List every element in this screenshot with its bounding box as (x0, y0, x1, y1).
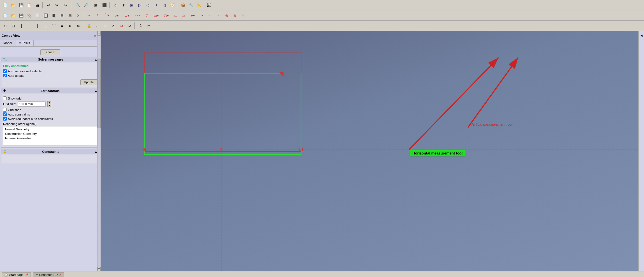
tab-start-page[interactable]: 🏠 Start page 📌 (2, 272, 31, 277)
create-chamfer-button[interactable]: ⌐▾ (188, 12, 198, 19)
zoom-fit-button[interactable]: ⊞ (90, 1, 100, 9)
redo-button[interactable]: ↪ (53, 1, 61, 9)
view-front[interactable]: ▣ (128, 1, 136, 9)
coincident-button[interactable]: ⊙ (1, 22, 9, 29)
tangent-button[interactable]: ⌒ (50, 22, 58, 29)
external-geo-button[interactable]: ⊕ (223, 12, 231, 19)
vertical-constraint-button[interactable]: ⏐ (17, 22, 25, 29)
scroll-up[interactable]: ▲ (97, 31, 101, 36)
new-button[interactable]: 📄 (1, 1, 9, 9)
point-on-object-button[interactable]: ⊡ (9, 22, 17, 29)
view-bottom[interactable]: ⬇ (152, 1, 160, 9)
create-fillet-button[interactable]: ⌓ (180, 12, 188, 19)
create-rect-button[interactable]: ▭▾ (151, 12, 161, 19)
lock-button[interactable]: 🔒 (85, 22, 93, 29)
create-bspline-button[interactable]: 〰▾ (132, 12, 143, 19)
avoid-redundant-checkbox[interactable] (3, 117, 7, 121)
constraints-header[interactable]: 🔒 Constraints ▲ (1, 149, 99, 154)
rendering-item-2[interactable]: External Geometry (4, 136, 97, 140)
h-dist-button[interactable]: ↔ (93, 22, 101, 29)
sketcher-validate[interactable]: ⤵ (137, 22, 145, 29)
render-button[interactable]: 🖼 (204, 1, 214, 9)
save-button[interactable]: 💾 (17, 1, 25, 9)
show-grid-checkbox[interactable] (3, 96, 7, 100)
undo-button[interactable]: ↩ (45, 1, 52, 9)
zoom-in-button[interactable]: 🔍 (74, 1, 82, 9)
tab-model[interactable]: Model (0, 40, 15, 46)
grid-size-down[interactable]: ▼ (47, 104, 51, 107)
view-left[interactable]: ◁ (144, 1, 152, 9)
fix-angle-button[interactable]: ∠ (110, 22, 117, 29)
sketcher-attach[interactable]: 📎 (25, 12, 33, 19)
auto-constraints-checkbox[interactable] (3, 112, 7, 116)
sketcher-new[interactable]: 📄 (1, 12, 9, 19)
sketcher-part[interactable]: ⬜ (34, 12, 41, 19)
auto-remove-checkbox[interactable] (3, 69, 7, 73)
auto-remove-button[interactable]: ⊘ (126, 22, 134, 29)
canvas-area[interactable]: Horizontal measurement tool Vertical mea… (101, 31, 644, 271)
symmetric-button[interactable]: ⇔ (66, 22, 74, 29)
cut-button[interactable]: ✂ (61, 1, 71, 9)
view-nav[interactable]: 🧭 (168, 1, 176, 9)
scroll-track[interactable] (97, 36, 101, 267)
start-page-pin[interactable]: 📌 (25, 273, 28, 276)
part-button[interactable]: 📦 (179, 1, 187, 9)
create-line-button[interactable]: / (93, 12, 101, 19)
panel-scroll[interactable]: Close 🔧 Solver messages ▲ Fully constrai… (0, 47, 101, 271)
create-conic-button[interactable]: ⊃▾ (122, 12, 132, 19)
right-collapse-panel[interactable]: ◀ (638, 31, 644, 271)
extend-button[interactable]: ↔ (206, 12, 214, 19)
tab-tasks[interactable]: ✏ Tasks (15, 40, 34, 46)
radius-button[interactable]: ⊘ (118, 22, 125, 29)
trim-button[interactable]: ✂ (198, 12, 206, 19)
parallel-button[interactable]: ∥ (34, 22, 41, 29)
create-circle-button[interactable]: ○▾ (112, 12, 122, 19)
tab-unnamed[interactable]: ✏ Unnamed : 1* ✕ (33, 272, 64, 277)
block-button[interactable]: ⊗ (74, 22, 82, 29)
grid-size-up[interactable]: ▲ (47, 101, 51, 104)
drawing-button[interactable]: 📐 (196, 1, 203, 9)
horizontal-constraint-button[interactable]: — (25, 22, 33, 29)
rendering-list[interactable]: Normal Geometry Construction Geometry Ex… (3, 126, 97, 146)
update-button[interactable]: Update (80, 79, 97, 85)
create-arc-button[interactable]: ⌒▾ (101, 12, 111, 19)
rendering-item-0[interactable]: Normal Geometry (4, 127, 97, 131)
sketcher-feature[interactable]: 🔳 (50, 12, 58, 19)
open-button[interactable]: 📂 (9, 1, 17, 9)
assembly-button[interactable]: 🔧 (187, 1, 195, 9)
sketcher-open[interactable]: 📂 (9, 12, 17, 19)
3d-view-button[interactable]: ⬛ (101, 1, 108, 9)
auto-update-checkbox[interactable] (3, 74, 7, 77)
view-right[interactable]: ▷ (136, 1, 144, 9)
sketcher-save[interactable]: 💾 (17, 12, 25, 19)
scrollbar[interactable]: ▲ ▼ (97, 31, 101, 271)
solver-messages-header[interactable]: 🔧 Solver messages ▲ (1, 57, 99, 62)
rendering-item-1[interactable]: Construction Geometry (4, 131, 97, 136)
sketcher-ungroup[interactable]: ⊟ (66, 12, 74, 19)
zoom-out-button[interactable]: 🔎 (82, 1, 90, 9)
v-dist-button[interactable]: ⏸ (101, 22, 109, 29)
close-sketcher-button[interactable]: ✕ (239, 12, 247, 19)
perpendicular-button[interactable]: ⊥ (42, 22, 50, 29)
grid-snap-checkbox[interactable] (3, 108, 7, 112)
mirror-btn[interactable]: ⇌ (145, 22, 153, 29)
split-button[interactable]: ⌿ (215, 12, 222, 19)
grid-size-input[interactable] (18, 101, 46, 107)
tab-unnamed-close[interactable]: ✕ (59, 273, 62, 277)
edit-controls-header[interactable]: ⚙ Edit controls ▲ (1, 88, 99, 93)
view-home[interactable]: ⌂ (111, 1, 119, 9)
create-polygon-button[interactable]: ⬡▾ (161, 12, 171, 19)
sketcher-body[interactable]: 🔲 (42, 12, 50, 19)
scroll-down[interactable]: ▼ (97, 267, 101, 271)
view-top[interactable]: ⬆ (120, 1, 127, 9)
scroll-thumb[interactable] (97, 59, 101, 128)
save-as-button[interactable]: 📋 (25, 1, 33, 9)
sketcher-group[interactable]: ⊞ (58, 12, 66, 19)
create-point-button[interactable]: • (85, 12, 93, 19)
close-button[interactable]: Close (40, 49, 60, 55)
print-button[interactable]: 🖨 (34, 1, 41, 9)
create-slot-button[interactable]: ⊏ (172, 12, 180, 19)
sketcher-delete[interactable]: ✕ (74, 12, 82, 19)
create-polyline-button[interactable]: ⤴ (143, 12, 151, 19)
equal-button[interactable]: = (58, 22, 66, 29)
